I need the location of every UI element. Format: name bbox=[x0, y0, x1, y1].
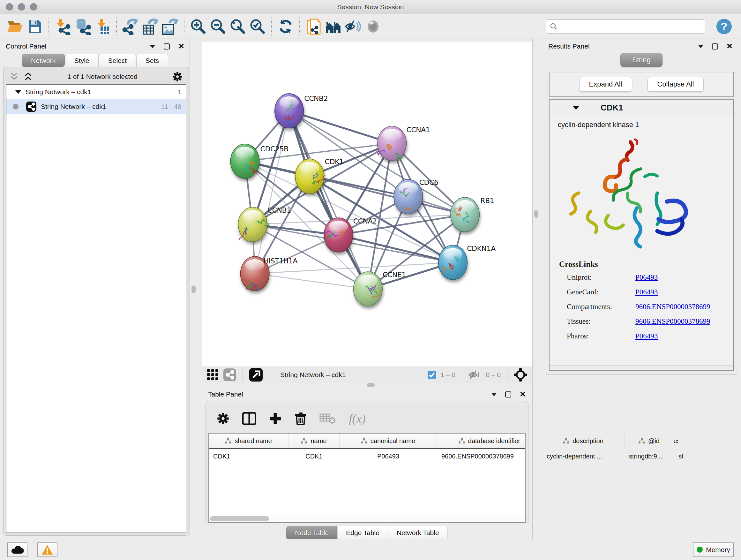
right-split-divider[interactable] bbox=[532, 39, 545, 539]
table-cell[interactable]: CDK1 bbox=[288, 449, 340, 463]
table-row[interactable]: CDK1CDK1P064939606.ENSP00000378699cyclin… bbox=[209, 449, 525, 463]
delete-column-icon[interactable] bbox=[294, 412, 307, 425]
panel-close-icon[interactable]: ✕ bbox=[178, 43, 185, 50]
search-box[interactable] bbox=[546, 19, 705, 34]
tree-expand-caret-icon[interactable] bbox=[15, 90, 21, 94]
string-view-badge-icon[interactable] bbox=[223, 368, 236, 381]
table-horizontal-scrollbar[interactable] bbox=[209, 515, 525, 522]
network-node[interactable] bbox=[324, 218, 353, 252]
network-node[interactable] bbox=[394, 179, 422, 214]
section-collapse-caret-icon[interactable] bbox=[572, 106, 580, 110]
left-split-divider[interactable] bbox=[189, 39, 202, 539]
panel-close-icon[interactable]: ✕ bbox=[726, 43, 733, 50]
search-input[interactable] bbox=[560, 22, 701, 30]
column-header-databaseidentifier[interactable]: database identifier bbox=[437, 434, 542, 448]
panel-collapse-icon[interactable] bbox=[491, 393, 497, 396]
export-network-icon[interactable] bbox=[121, 17, 140, 37]
zoom-in-icon[interactable] bbox=[188, 17, 208, 37]
column-header-name[interactable]: name bbox=[288, 434, 340, 448]
network-node[interactable] bbox=[378, 126, 406, 161]
right-split-handle[interactable] bbox=[534, 210, 538, 218]
network-node[interactable] bbox=[238, 207, 269, 242]
home-pages-icon[interactable] bbox=[324, 17, 343, 37]
column-header-canonicalname[interactable]: canonical name bbox=[340, 434, 437, 448]
tab-network[interactable]: Network bbox=[22, 54, 65, 67]
network-edge[interactable] bbox=[289, 111, 392, 143]
network-collection-row[interactable]: String Network – cdk1 1 bbox=[6, 84, 186, 99]
import-network-file-icon[interactable] bbox=[53, 17, 73, 37]
tab-edge-table[interactable]: Edge Table bbox=[337, 526, 388, 540]
memory-button[interactable]: Memory bbox=[693, 543, 734, 557]
crosslink-link[interactable]: P06493 bbox=[635, 288, 733, 296]
fit-center-crosshair-icon[interactable] bbox=[514, 368, 527, 381]
crosslink-link[interactable]: P06493 bbox=[635, 332, 733, 340]
crosslink-link[interactable]: 9606.ENSP00000378699 bbox=[635, 303, 733, 311]
network-node[interactable] bbox=[354, 272, 382, 306]
birdseye-view-icon[interactable] bbox=[249, 368, 263, 381]
network-node[interactable] bbox=[451, 197, 479, 232]
tab-sets[interactable]: Sets bbox=[136, 54, 168, 67]
tab-network-table[interactable]: Network Table bbox=[388, 526, 448, 540]
network-node[interactable] bbox=[230, 144, 259, 179]
import-network-database-icon[interactable] bbox=[73, 17, 92, 37]
zoom-selected-icon[interactable] bbox=[248, 17, 267, 37]
open-file-icon[interactable] bbox=[5, 17, 25, 37]
scrollbar-thumb[interactable] bbox=[210, 516, 269, 521]
tab-select[interactable]: Select bbox=[99, 54, 136, 67]
zoom-out-icon[interactable] bbox=[208, 17, 228, 37]
grid-view-icon[interactable] bbox=[207, 369, 219, 381]
show-columns-icon[interactable] bbox=[242, 412, 256, 425]
network-node[interactable] bbox=[275, 94, 304, 128]
selected-nodes-checkbox[interactable] bbox=[428, 371, 436, 379]
panel-collapse-icon[interactable] bbox=[150, 45, 155, 48]
network-graph[interactable]: CCNB2CCNA1CDC25BCDK1CDC6RB1CCNB1CCNA2CDK… bbox=[202, 42, 532, 367]
save-session-icon[interactable] bbox=[25, 17, 45, 37]
horizontal-split-handle[interactable] bbox=[367, 383, 375, 387]
export-image-icon[interactable] bbox=[160, 17, 180, 37]
show-graphics-details-icon[interactable] bbox=[363, 17, 383, 37]
collapse-all-button[interactable]: Collapse All bbox=[648, 77, 704, 91]
expand-all-button[interactable]: Expand All bbox=[579, 77, 632, 91]
panel-collapse-icon[interactable] bbox=[698, 45, 704, 48]
export-table-icon[interactable] bbox=[140, 17, 160, 37]
close-window-button[interactable] bbox=[6, 3, 13, 10]
import-table-file-icon[interactable] bbox=[92, 17, 112, 37]
network-edge[interactable] bbox=[255, 273, 368, 289]
refresh-view-icon[interactable] bbox=[276, 17, 295, 37]
panel-float-icon[interactable] bbox=[712, 44, 718, 50]
network-edge[interactable] bbox=[289, 111, 368, 289]
horizontal-split-divider[interactable] bbox=[202, 383, 532, 388]
network-row[interactable]: String Network – cdk1 11 48 bbox=[6, 99, 186, 114]
panel-float-icon[interactable] bbox=[505, 391, 511, 397]
network-node[interactable] bbox=[439, 245, 467, 280]
table-cell[interactable]: CDK1 bbox=[209, 449, 288, 463]
table-options-gear-icon[interactable] bbox=[217, 412, 229, 425]
left-split-handle[interactable] bbox=[192, 286, 196, 293]
results-scroll-strip[interactable] bbox=[549, 365, 733, 370]
network-options-gear-icon[interactable] bbox=[172, 71, 183, 82]
minimize-window-button[interactable] bbox=[18, 3, 25, 10]
crosslink-link[interactable]: P06493 bbox=[635, 273, 733, 282]
crosslink-link[interactable]: 9606.ENSP00000378699 bbox=[635, 317, 733, 326]
tab-string[interactable]: String bbox=[620, 53, 662, 67]
maximize-window-button[interactable] bbox=[30, 3, 37, 10]
cloud-status-button[interactable] bbox=[7, 543, 27, 557]
help-icon[interactable]: ? bbox=[714, 17, 734, 37]
expand-all-icon[interactable] bbox=[23, 72, 33, 81]
network-edge[interactable] bbox=[339, 235, 453, 262]
column-header-sharedname[interactable]: shared name bbox=[209, 434, 288, 448]
add-column-icon[interactable] bbox=[269, 412, 282, 425]
share-document-icon[interactable] bbox=[304, 17, 324, 37]
warning-status-button[interactable] bbox=[37, 543, 57, 557]
zoom-fit-icon[interactable] bbox=[228, 17, 248, 37]
panel-close-icon[interactable]: ✕ bbox=[520, 390, 526, 398]
hide-graphics-details-icon[interactable] bbox=[343, 17, 363, 37]
tab-style[interactable]: Style bbox=[65, 54, 98, 67]
gene-section-header[interactable]: CDK1 bbox=[549, 100, 733, 116]
collapse-all-icon[interactable] bbox=[9, 72, 19, 81]
table-cell[interactable]: 9606.ENSP00000378699 bbox=[437, 449, 542, 463]
network-canvas[interactable]: CCNB2CCNA1CDC25BCDK1CDC6RB1CCNB1CCNA2CDK… bbox=[202, 42, 532, 367]
panel-float-icon[interactable] bbox=[164, 44, 170, 50]
tab-node-table[interactable]: Node Table bbox=[286, 526, 337, 540]
table-cell[interactable]: P06493 bbox=[340, 449, 437, 463]
